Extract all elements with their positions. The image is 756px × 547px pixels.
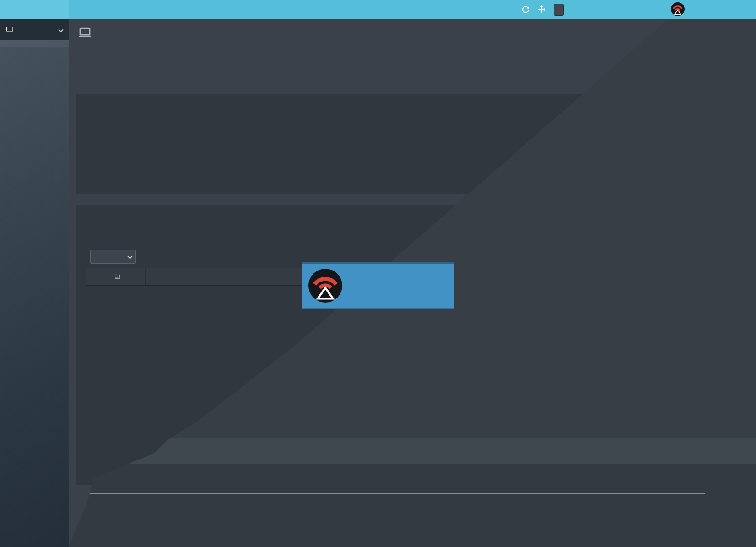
netalertx-watermark [302,262,454,309]
netalertx-logo-icon [671,2,685,16]
icon-column-header[interactable] [86,268,146,285]
netalertx-logo-icon [308,269,342,303]
process-status-badge [554,4,564,16]
page-laptop-icon [79,26,91,38]
show-entries-row [86,250,140,264]
brand-logo-right [687,5,690,13]
topbar [0,0,756,19]
move-icon[interactable] [538,5,545,13]
brand-logo-left[interactable] [0,0,69,19]
sort-icon[interactable] [114,274,121,280]
sidebar [0,19,69,547]
refresh-icon[interactable] [522,5,529,13]
heading-divider [87,493,705,494]
page-size-select[interactable] [90,250,136,264]
chevron-down-icon [127,254,132,259]
sidebar-devices-submenu [0,40,69,47]
netalertx-app [0,0,756,547]
laptop-icon [6,26,14,33]
chevron-down-icon [58,27,63,32]
sidebar-item-devices[interactable] [0,19,69,40]
node-details-area [0,464,756,547]
sidebar-divider [0,47,69,47]
